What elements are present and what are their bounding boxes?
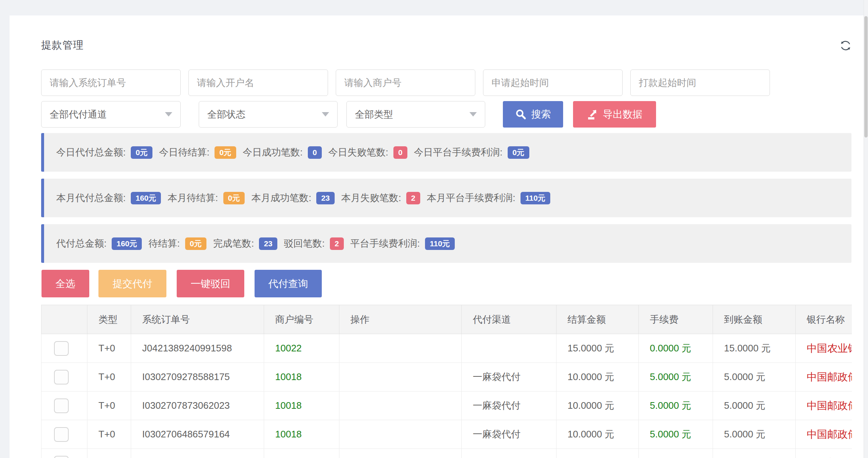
- reject-all-button[interactable]: 一键驳回: [177, 270, 244, 297]
- export-button-label: 导出数据: [603, 108, 642, 121]
- export-icon: [587, 108, 598, 120]
- channel-cell: 一麻袋代付: [462, 363, 557, 391]
- arrival-amount-cell: 5.0000 元: [713, 391, 796, 420]
- stat-segment: 平台手续费利润:110元: [350, 237, 455, 250]
- arrival-amount-cell: 15.0000 元: [713, 334, 796, 363]
- order-no-cell: I0302709278588175: [131, 363, 264, 391]
- content-card: 提款管理 全部代付通道 全部状态 全部类型: [10, 15, 864, 458]
- account-name-input[interactable]: [188, 69, 328, 96]
- column-header: 代付渠道: [462, 305, 557, 334]
- stat-value-badge: 0元: [223, 192, 245, 204]
- stat-label: 今日待结算:: [159, 146, 209, 159]
- status-select-value: 全部状态: [207, 108, 245, 121]
- stats-bar-total: 代付总金额:160元待结算:0元完成笔数:23驳回笔数:2平台手续费利润:110…: [41, 224, 851, 263]
- stats-bar-month: 本月代付总金额:160元本月待结算:0元本月成功笔数:23本月失败笔数:2本月平…: [41, 179, 851, 217]
- stat-label: 今日失败笔数:: [328, 146, 388, 159]
- bank-cell: 中国邮政储蓄银行: [796, 391, 852, 420]
- stat-segment: 今日代付总金额:0元: [56, 146, 152, 159]
- column-header: 商户编号: [264, 305, 339, 334]
- table-row: T+0J04213892409915981002215.0000 元0.0000…: [42, 334, 852, 363]
- stat-segment: 驳回笔数:2: [284, 237, 344, 250]
- stat-value-badge: 0: [308, 146, 322, 159]
- stat-value-badge: 110元: [521, 192, 550, 204]
- table-row: T+0I030270787306202310018一麻袋代付10.0000 元5…: [42, 391, 852, 420]
- stat-segment: 今日平台手续费利润:0元: [414, 146, 529, 159]
- stat-value-badge: 160元: [112, 237, 142, 250]
- channel-cell: 一麻袋代付: [462, 449, 557, 458]
- type-cell: T+0: [87, 334, 131, 363]
- payment-query-button[interactable]: 代付查询: [255, 270, 322, 297]
- column-header: 操作: [339, 305, 462, 334]
- checkbox-cell: [42, 449, 87, 458]
- stats-bar-today: 今日代付总金额:0元今日待结算:0元今日成功笔数:0今日失败笔数:0今日平台手续…: [41, 133, 851, 172]
- order-no-input[interactable]: [41, 69, 181, 96]
- settle-amount-cell: 15.0000 元: [557, 334, 639, 363]
- stat-label: 本月失败笔数:: [341, 192, 401, 204]
- row-checkbox[interactable]: [54, 370, 69, 384]
- order-no-cell: J0421389240991598: [131, 334, 264, 363]
- row-checkbox[interactable]: [54, 398, 69, 413]
- stat-value-badge: 2: [406, 192, 420, 204]
- export-data-button[interactable]: 导出数据: [573, 101, 656, 128]
- channel-cell: 一麻袋代付: [462, 391, 557, 420]
- checkbox-cell: [42, 334, 87, 363]
- type-select-value: 全部类型: [355, 108, 393, 121]
- settle-amount-cell: 10.0000 元: [557, 363, 639, 391]
- arrival-amount-cell: 5.0000 元: [713, 449, 796, 458]
- stat-segment: 完成笔数:23: [213, 237, 277, 250]
- status-select[interactable]: 全部状态: [199, 101, 338, 128]
- apply-start-time-input[interactable]: [483, 69, 623, 96]
- search-button[interactable]: 搜索: [503, 101, 563, 128]
- settle-amount-cell: 10.0000 元: [557, 391, 639, 420]
- stat-value-badge: 0元: [185, 237, 207, 250]
- stat-value-badge: 23: [316, 192, 334, 204]
- arrival-amount-cell: 5.0000 元: [713, 420, 796, 449]
- chevron-down-icon: [165, 112, 172, 117]
- row-checkbox[interactable]: [54, 456, 69, 458]
- row-checkbox[interactable]: [54, 341, 69, 356]
- merchant-no-cell: 10018: [264, 363, 339, 391]
- table-header-row: 类型系统订单号商户编号操作代付渠道结算金额手续费到账金额银行名称: [42, 305, 852, 334]
- scrollbar-thumb[interactable]: [864, 16, 868, 137]
- bank-cell: 中国邮政储蓄银行: [796, 363, 852, 391]
- column-header: 类型: [87, 305, 131, 334]
- row-checkbox[interactable]: [54, 427, 69, 442]
- table-row: T+0I030270573035772510018一麻袋代付10.0000 元5…: [42, 449, 852, 458]
- stat-segment: 本月代付总金额:160元: [56, 192, 161, 204]
- merchant-no-cell: 10022: [264, 334, 339, 363]
- bank-cell: 中国农业银行: [796, 334, 852, 363]
- fee-cell: 5.0000 元: [639, 449, 713, 458]
- operation-cell: [339, 391, 462, 420]
- stat-label: 本月平台手续费利润:: [427, 192, 515, 204]
- merchant-no-cell: 10018: [264, 449, 339, 458]
- stat-segment: 本月成功笔数:23: [251, 192, 335, 204]
- payment-start-time-input[interactable]: [630, 69, 770, 96]
- type-cell: T+0: [87, 391, 131, 420]
- bank-cell: 中国邮政储蓄银行: [796, 449, 852, 458]
- withdrawal-management-page: 提款管理 全部代付通道 全部状态 全部类型: [0, 0, 868, 458]
- channel-cell: [462, 334, 557, 363]
- order-no-cell: I0302705730357725: [131, 449, 264, 458]
- stat-label: 本月待结算:: [168, 192, 218, 204]
- type-select[interactable]: 全部类型: [346, 101, 485, 128]
- withdrawals-table: 类型系统订单号商户编号操作代付渠道结算金额手续费到账金额银行名称 T+0J042…: [41, 305, 852, 458]
- stat-value-badge: 110元: [425, 237, 455, 250]
- page-scrollbar[interactable]: [864, 0, 868, 458]
- refresh-icon[interactable]: [838, 38, 853, 53]
- chevron-down-icon: [322, 112, 329, 117]
- stat-label: 完成笔数:: [213, 237, 254, 250]
- order-no-cell: I0302706486579164: [131, 420, 264, 449]
- search-button-label: 搜索: [531, 108, 551, 121]
- submit-payment-button[interactable]: 提交代付: [98, 270, 166, 297]
- checkbox-cell: [42, 391, 87, 420]
- channel-select[interactable]: 全部代付通道: [41, 101, 181, 128]
- stat-label: 今日成功笔数:: [243, 146, 303, 159]
- merchant-no-input[interactable]: [336, 69, 475, 96]
- stat-segment: 本月待结算:0元: [168, 192, 245, 204]
- operation-cell: [339, 420, 462, 449]
- type-cell: T+0: [87, 449, 131, 458]
- page-title: 提款管理: [41, 38, 84, 52]
- checkbox-cell: [42, 420, 87, 449]
- search-icon: [515, 108, 527, 120]
- select-all-button[interactable]: 全选: [42, 270, 89, 297]
